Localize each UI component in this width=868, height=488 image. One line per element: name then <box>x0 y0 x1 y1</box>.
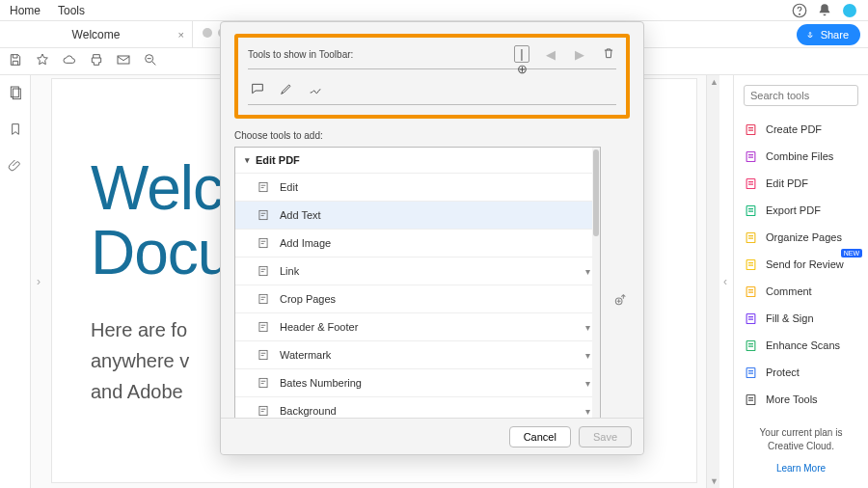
star-icon[interactable] <box>35 52 50 71</box>
share-button[interactable]: Share <box>797 24 860 45</box>
tree-item-label: Add Image <box>280 237 331 249</box>
tree-item-background[interactable]: Background▾ <box>235 396 600 418</box>
tool-comment[interactable]: Comment <box>744 278 858 305</box>
svg-rect-24 <box>259 378 267 387</box>
tool-enhance-scans[interactable]: Enhance Scans <box>744 332 858 359</box>
tool-protect[interactable]: Protect <box>744 359 858 386</box>
tree-item-label: Edit <box>280 181 298 193</box>
tree-item-header-footer[interactable]: Header & Footer▾ <box>235 312 600 340</box>
svg-rect-13 <box>746 313 755 323</box>
collapse-left-icon[interactable] <box>37 272 42 291</box>
dialog-footer: Cancel Save <box>221 418 643 454</box>
close-icon[interactable]: × <box>178 29 184 41</box>
svg-rect-17 <box>259 182 267 191</box>
toolbar-section-highlight: Tools to show in Toolbar: |⊕ ◀ ▶ <box>234 34 630 119</box>
tree-scrollbar[interactable] <box>592 148 600 418</box>
tree-item-label: Header & Footer <box>280 321 358 333</box>
print-icon[interactable] <box>89 52 104 71</box>
avatar[interactable] <box>841 2 858 19</box>
share-label: Share <box>821 29 849 41</box>
chevron-down-icon: ▾ <box>585 378 590 389</box>
tool-label: Create PDF <box>766 123 822 135</box>
app-menubar: Home Tools <box>0 0 868 21</box>
tool-edit-pdf[interactable]: Edit PDF <box>744 170 858 197</box>
svg-rect-20 <box>259 266 267 275</box>
tree-category-edit-pdf[interactable]: Edit PDF <box>235 148 600 173</box>
tool-organize-pages[interactable]: Organize Pages <box>744 224 858 251</box>
document-tab[interactable]: Welcome × <box>0 21 193 47</box>
next-icon[interactable]: ▶ <box>572 47 587 62</box>
save-button[interactable]: Save <box>579 426 632 447</box>
tools-panel: Create PDFCombine FilesEdit PDFExport PD… <box>733 75 868 488</box>
cloud-icon[interactable] <box>62 52 77 71</box>
chevron-down-icon: ▾ <box>585 266 590 277</box>
prev-icon[interactable]: ◀ <box>543 47 558 62</box>
svg-rect-8 <box>746 178 755 188</box>
cancel-button[interactable]: Cancel <box>509 426 571 447</box>
tool-combine-files[interactable]: Combine Files <box>744 143 858 170</box>
svg-rect-14 <box>746 340 755 350</box>
collapse-right-icon[interactable] <box>719 75 733 488</box>
menu-home[interactable]: Home <box>10 4 41 17</box>
tool-fill-sign[interactable]: Fill & Sign <box>744 305 858 332</box>
mail-icon[interactable] <box>116 52 131 71</box>
tool-label: Edit PDF <box>766 177 808 189</box>
chevron-down-icon: ▾ <box>585 406 590 417</box>
toolbar-section-label: Tools to show in Toolbar: <box>248 49 514 60</box>
tree-item-label: Link <box>280 265 299 277</box>
svg-rect-7 <box>746 151 755 161</box>
svg-rect-2 <box>118 56 129 64</box>
sign-icon[interactable] <box>308 81 323 100</box>
help-icon[interactable] <box>791 2 808 19</box>
tab-title: Welcome <box>72 28 121 41</box>
tool-label: Combine Files <box>766 150 833 162</box>
highlighter-icon[interactable] <box>279 81 294 100</box>
search-input[interactable] <box>744 85 858 106</box>
add-to-toolbar-button[interactable] <box>610 147 630 418</box>
tree-item-link[interactable]: Link▾ <box>235 257 600 285</box>
tool-send-for-review[interactable]: Send for ReviewNEW <box>744 251 858 278</box>
tool-export-pdf[interactable]: Export PDF <box>744 197 858 224</box>
tree-item-add-image[interactable]: Add Image <box>235 229 600 257</box>
svg-rect-6 <box>746 124 755 134</box>
tree-item-label: Bates Numbering <box>280 377 362 389</box>
svg-rect-25 <box>259 406 267 415</box>
svg-rect-19 <box>259 238 267 247</box>
tree-item-crop-pages[interactable]: Crop Pages <box>235 285 600 312</box>
pages-icon[interactable] <box>8 85 23 104</box>
tree-item-watermark[interactable]: Watermark▾ <box>235 340 600 368</box>
vertical-scrollbar[interactable]: ▲▼ <box>706 75 719 488</box>
chevron-down-icon: ▾ <box>585 322 590 333</box>
tool-label: Comment <box>766 285 812 297</box>
tool-label: Organize Pages <box>766 231 842 243</box>
bookmark-icon[interactable] <box>8 122 23 141</box>
left-rail <box>0 75 31 488</box>
save-icon[interactable] <box>8 52 23 71</box>
tool-label: Send for Review <box>766 258 844 270</box>
svg-rect-22 <box>259 322 267 331</box>
tree-item-bates-numbering[interactable]: Bates Numbering▾ <box>235 368 600 396</box>
comment-icon[interactable] <box>250 81 265 100</box>
learn-more-link[interactable]: Learn More <box>744 463 858 474</box>
svg-rect-15 <box>746 367 755 377</box>
choose-tools-label: Choose tools to add: <box>234 130 630 141</box>
tool-create-pdf[interactable]: Create PDF <box>744 116 858 143</box>
new-badge: NEW <box>841 249 862 258</box>
attachment-icon[interactable] <box>8 158 23 177</box>
tool-label: Fill & Sign <box>766 312 814 324</box>
current-toolbar-tools <box>248 77 616 105</box>
tree-item-add-text[interactable]: Add Text <box>235 201 600 229</box>
svg-rect-11 <box>746 259 755 269</box>
zoom-out-icon[interactable] <box>143 52 158 71</box>
tree-item-label: Crop Pages <box>280 293 336 305</box>
svg-rect-9 <box>746 205 755 215</box>
tool-tree[interactable]: Edit PDF EditAdd TextAdd ImageLink▾Crop … <box>234 147 601 418</box>
svg-point-1 <box>800 14 800 14</box>
trash-icon[interactable] <box>601 46 616 63</box>
menu-tools[interactable]: Tools <box>58 4 85 17</box>
svg-rect-16 <box>746 394 755 404</box>
bell-icon[interactable] <box>816 2 833 19</box>
tool-more-tools[interactable]: More Tools <box>744 386 858 413</box>
insert-divider-icon[interactable]: |⊕ <box>514 45 529 63</box>
tree-item-edit[interactable]: Edit <box>235 173 600 201</box>
